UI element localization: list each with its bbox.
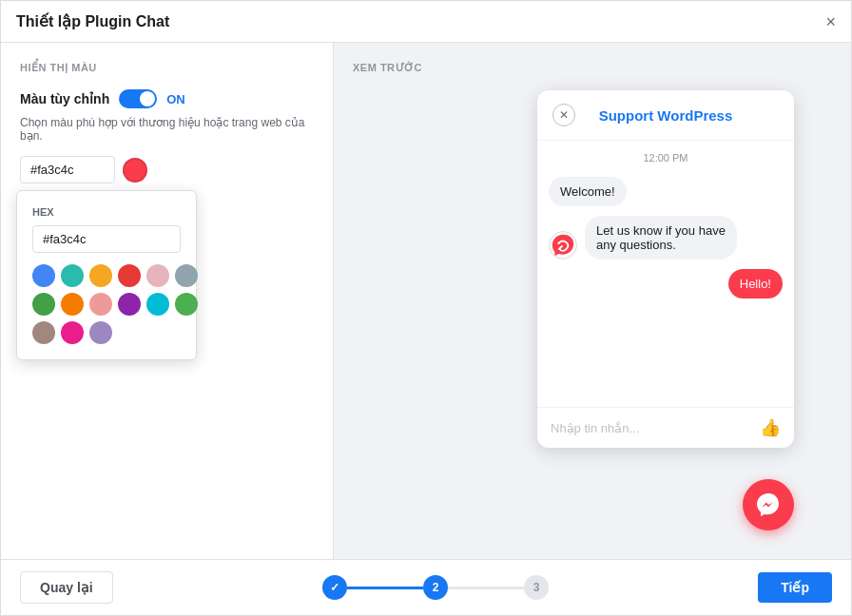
step-line-1 [347, 587, 423, 589]
color-input-row [20, 156, 314, 183]
color-dot-pink-light[interactable] [146, 264, 169, 287]
chat-header-title-part1: Support [599, 107, 658, 124]
toggle-on-label: ON [166, 92, 185, 106]
avatar-icon [549, 231, 577, 260]
color-dot-yellow[interactable] [89, 264, 112, 287]
messenger-fab[interactable] [743, 479, 794, 530]
bubble-welcome: Welcome! [549, 177, 627, 206]
modal-close-button[interactable]: × [825, 13, 836, 30]
messenger-fab-icon [755, 491, 782, 518]
bubble-info: Let us know if you have any questions. [585, 216, 737, 260]
chat-input-placeholder: Nhập tin nhắn... [551, 421, 752, 435]
step-1-circle: ✓ [322, 575, 347, 600]
helper-text: Chọn màu phù hợp với thương hiệu hoặc tr… [20, 116, 314, 143]
color-dot-blue[interactable] [32, 264, 55, 287]
chat-input-area: Nhập tin nhắn... 👍 [537, 407, 794, 448]
toggle-thumb [140, 91, 155, 106]
toggle-row: Màu tùy chỉnh ON [20, 89, 314, 108]
color-text-input[interactable] [20, 156, 115, 183]
left-panel: HIỂN THỊ MÀU Màu tùy chỉnh ON Chọn màu p… [1, 43, 334, 559]
color-swatch[interactable] [123, 158, 147, 183]
toggle-switch[interactable] [119, 89, 157, 108]
message-row-hello: Hello! [549, 269, 783, 298]
hex-label: HEX [32, 206, 181, 218]
modal-header: Thiết lập Plugin Chat × [1, 1, 851, 43]
color-dot-brown[interactable] [32, 321, 55, 344]
color-dot-cyan[interactable] [146, 293, 169, 316]
chat-header-title: Support WordPress [599, 107, 733, 124]
next-button[interactable]: Tiếp [758, 572, 832, 603]
modal-body: HIỂN THỊ MÀU Màu tùy chỉnh ON Chọn màu p… [1, 43, 851, 559]
thumb-icon[interactable]: 👍 [760, 417, 781, 438]
color-dot-green-light[interactable] [175, 293, 198, 316]
color-dot-green[interactable] [32, 293, 55, 316]
hex-input[interactable] [32, 225, 181, 253]
step-line-2 [448, 587, 524, 589]
color-dot-salmon[interactable] [89, 293, 112, 316]
color-picker-popup: HEX [16, 190, 197, 360]
chat-close-button[interactable]: ✕ [552, 104, 575, 126]
modal-footer: Quay lại ✓ 2 3 Tiếp [1, 559, 851, 615]
step-2-circle: 2 [423, 575, 448, 600]
back-button[interactable]: Quay lại [20, 571, 113, 604]
modal-container: Thiết lập Plugin Chat × HIỂN THỊ MÀU Màu… [0, 0, 852, 616]
color-dot-lavender[interactable] [89, 321, 112, 344]
color-dot-purple[interactable] [118, 293, 141, 316]
chat-timestamp: 12:00 PM [549, 152, 783, 164]
toggle-label: Màu tùy chỉnh [20, 91, 109, 106]
step-3-circle: 3 [524, 575, 549, 600]
chat-messages: 12:00 PM Welcome! [537, 141, 794, 407]
color-dot-gray-blue[interactable] [175, 264, 198, 287]
section-label-color: HIỂN THỊ MÀU [20, 62, 314, 74]
bubble-hello: Hello! [728, 269, 783, 298]
message-row-welcome: Welcome! [549, 177, 783, 206]
color-grid [32, 264, 181, 344]
message-row-info: Let us know if you have any questions. [549, 216, 783, 260]
color-dot-teal[interactable] [61, 264, 84, 287]
color-dot-red[interactable] [118, 264, 141, 287]
chat-widget: ✕ Support WordPress 12:00 PM Welcome! [537, 90, 794, 448]
right-panel: XEM TRƯỚC ✕ Support WordPress 12:00 PM W… [334, 43, 851, 559]
chat-header: ✕ Support WordPress [537, 90, 794, 141]
color-dot-magenta[interactable] [61, 321, 84, 344]
preview-label: XEM TRƯỚC [353, 62, 422, 74]
stepper: ✓ 2 3 [322, 575, 549, 600]
color-dot-orange[interactable] [61, 293, 84, 316]
modal-title: Thiết lập Plugin Chat [16, 12, 169, 30]
chat-header-title-part2: WordPress [657, 107, 732, 124]
